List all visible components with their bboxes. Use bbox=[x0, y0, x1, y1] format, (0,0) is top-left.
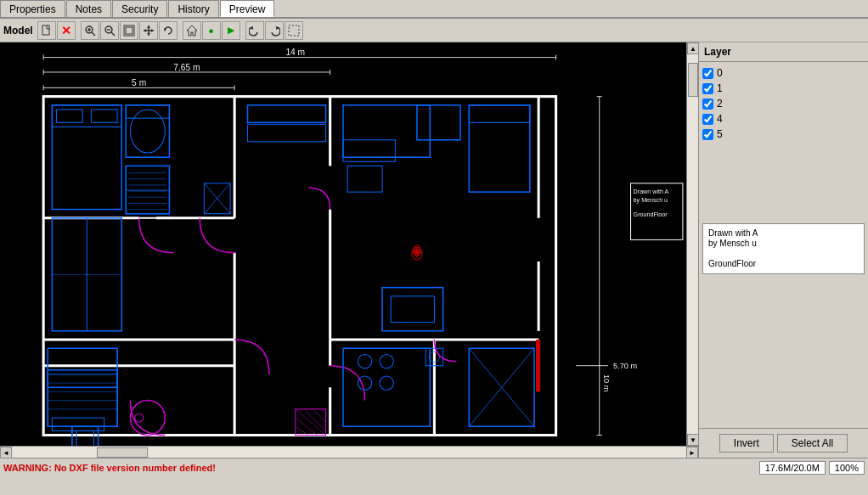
h-scroll-thumb[interactable] bbox=[97, 447, 148, 458]
svg-rect-115 bbox=[247, 105, 325, 122]
svg-rect-76 bbox=[391, 296, 434, 323]
svg-rect-60 bbox=[126, 105, 169, 118]
list-item: 0 bbox=[702, 65, 865, 81]
layer-2-checkbox[interactable] bbox=[702, 98, 713, 110]
forward-button[interactable]: ▶ bbox=[222, 21, 240, 40]
toolbar-label: Model bbox=[3, 25, 33, 37]
floor-plan-canvas[interactable]: 14 m 7.65 m 5 m bbox=[0, 42, 686, 446]
svg-rect-116 bbox=[247, 124, 325, 141]
tab-notes[interactable]: Notes bbox=[66, 0, 111, 17]
svg-rect-58 bbox=[126, 105, 169, 157]
svg-rect-20 bbox=[289, 25, 299, 36]
svg-rect-73 bbox=[347, 166, 382, 192]
svg-rect-0 bbox=[42, 25, 49, 35]
delete-button[interactable]: ✕ bbox=[57, 21, 76, 40]
scroll-track[interactable] bbox=[687, 54, 698, 434]
svg-line-124 bbox=[321, 409, 325, 413]
layer-4-label: 4 bbox=[717, 113, 723, 125]
svg-rect-85 bbox=[343, 348, 430, 426]
svg-marker-14 bbox=[144, 29, 146, 32]
svg-point-87 bbox=[380, 354, 393, 368]
svg-text:10 m: 10 m bbox=[602, 374, 611, 392]
svg-rect-83 bbox=[469, 105, 530, 192]
select-all-button[interactable]: Select All bbox=[777, 434, 848, 453]
new-button[interactable] bbox=[37, 21, 56, 40]
svg-line-2 bbox=[92, 32, 95, 36]
svg-point-89 bbox=[380, 376, 393, 390]
scroll-right-button[interactable]: ► bbox=[686, 447, 698, 458]
svg-point-59 bbox=[130, 110, 165, 153]
svg-marker-12 bbox=[147, 25, 150, 28]
svg-line-123 bbox=[313, 409, 325, 422]
svg-rect-111 bbox=[536, 340, 540, 391]
layer-5-label: 5 bbox=[717, 128, 723, 140]
home-button[interactable] bbox=[183, 21, 201, 40]
svg-text:7.65 m: 7.65 m bbox=[173, 63, 200, 72]
svg-rect-53 bbox=[91, 110, 117, 122]
svg-rect-51 bbox=[52, 105, 121, 127]
tab-preview[interactable]: Preview bbox=[220, 0, 275, 17]
zoom-fit-button[interactable] bbox=[120, 21, 138, 40]
scroll-left-button[interactable]: ◄ bbox=[0, 447, 12, 458]
layer-0-label: 0 bbox=[717, 67, 723, 79]
file-size-indicator: 17.6M/20.0M bbox=[759, 461, 826, 475]
svg-rect-9 bbox=[126, 27, 132, 34]
scroll-thumb[interactable] bbox=[688, 63, 698, 97]
svg-rect-93 bbox=[52, 418, 104, 430]
layer-note-text: Drawn with A by Mensch u GroundFloor bbox=[702, 223, 865, 274]
layer-5-checkbox[interactable] bbox=[702, 129, 713, 140]
svg-text:Drawn with A: Drawn with A bbox=[634, 188, 669, 195]
rotate-button[interactable] bbox=[159, 21, 178, 40]
status-warning-text: WARNING: No DXF file version number defi… bbox=[3, 463, 759, 473]
svg-text:by Mensch u: by Mensch u bbox=[634, 197, 668, 204]
list-item: 5 bbox=[702, 127, 865, 142]
layer-panel-header: Layer bbox=[699, 42, 868, 62]
layer-list: 0 1 2 4 5 bbox=[699, 62, 868, 220]
layer-0-checkbox[interactable] bbox=[702, 68, 713, 79]
layer-4-checkbox[interactable] bbox=[702, 114, 713, 125]
svg-rect-74 bbox=[343, 140, 395, 162]
tab-history[interactable]: History bbox=[168, 0, 218, 17]
layer-2-label: 2 bbox=[717, 98, 723, 110]
zoom-out-button[interactable] bbox=[100, 21, 119, 40]
refresh-button[interactable]: ● bbox=[202, 21, 221, 40]
undo-button[interactable] bbox=[245, 21, 264, 40]
invert-button[interactable]: Invert bbox=[719, 434, 774, 453]
svg-marker-13 bbox=[147, 33, 150, 36]
svg-marker-17 bbox=[187, 25, 197, 36]
layer-1-checkbox[interactable] bbox=[702, 83, 713, 94]
horizontal-scrollbar[interactable]: ◄ ► bbox=[0, 446, 698, 458]
status-bar: WARNING: No DXF file version number defi… bbox=[0, 458, 868, 476]
svg-text:14 m: 14 m bbox=[285, 48, 305, 57]
svg-point-100 bbox=[130, 401, 165, 436]
layer-panel: Layer 0 1 2 4 5 Drawn wi bbox=[698, 42, 868, 458]
redo-button[interactable] bbox=[265, 21, 284, 40]
scroll-up-button[interactable]: ▲ bbox=[687, 42, 698, 54]
zoom-in-button[interactable] bbox=[81, 21, 99, 40]
svg-line-6 bbox=[111, 32, 115, 36]
tab-properties[interactable]: Properties bbox=[0, 0, 65, 17]
vertical-scrollbar[interactable]: ▲ ▼ bbox=[686, 42, 698, 446]
pan-button[interactable] bbox=[139, 21, 158, 40]
svg-text:5.70 m: 5.70 m bbox=[613, 362, 637, 370]
svg-rect-72 bbox=[417, 105, 460, 140]
svg-point-117 bbox=[135, 413, 144, 422]
select-button[interactable] bbox=[285, 21, 303, 40]
tab-security[interactable]: Security bbox=[112, 0, 167, 17]
svg-text:GroundFloor: GroundFloor bbox=[634, 211, 668, 218]
scroll-down-button[interactable]: ▼ bbox=[687, 434, 698, 446]
svg-rect-84 bbox=[469, 105, 530, 122]
zoom-level-indicator: 100% bbox=[829, 461, 865, 475]
list-item: 2 bbox=[702, 96, 865, 111]
svg-marker-15 bbox=[151, 29, 154, 32]
svg-point-88 bbox=[358, 376, 371, 390]
svg-line-119 bbox=[296, 409, 326, 436]
svg-point-86 bbox=[358, 354, 371, 368]
svg-line-120 bbox=[296, 418, 318, 435]
svg-text:5 m: 5 m bbox=[132, 78, 146, 87]
h-scroll-track[interactable] bbox=[12, 447, 686, 458]
layer-1-label: 1 bbox=[717, 82, 723, 94]
svg-rect-52 bbox=[56, 110, 82, 122]
list-item: 4 bbox=[702, 111, 865, 127]
svg-rect-50 bbox=[52, 105, 121, 210]
